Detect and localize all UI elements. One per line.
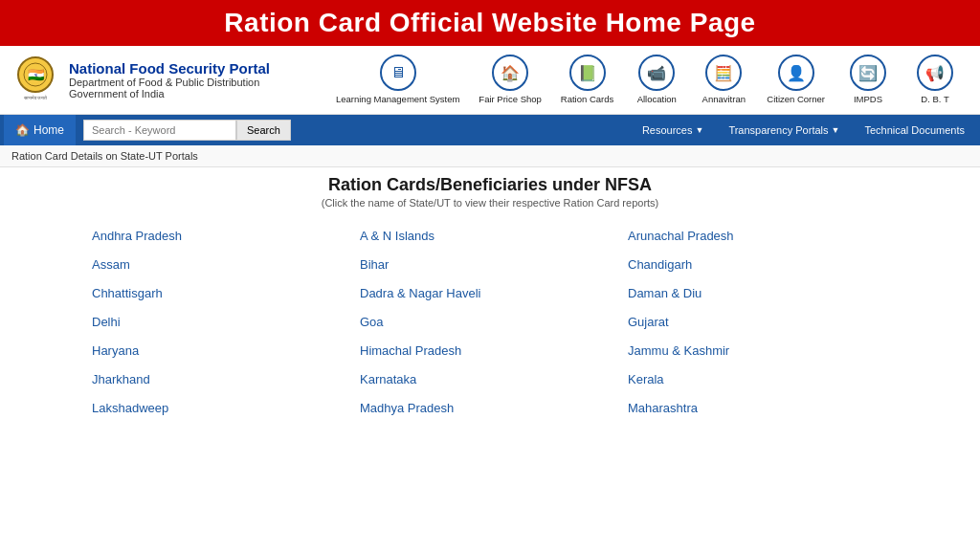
breadcrumb: Ration Card Details on State-UT Portals: [0, 145, 980, 167]
nav-label: Technical Documents: [864, 124, 965, 136]
state-link[interactable]: Delhi: [88, 308, 356, 337]
dept-name: Department of Food & Public Distribution: [69, 77, 270, 88]
svg-text:🇮🇳: 🇮🇳: [28, 67, 45, 83]
dropdown-arrow-icon: ▼: [695, 125, 703, 135]
dropdown-arrow-icon: ▼: [832, 125, 840, 135]
impds-label: IMPDS: [854, 94, 882, 104]
state-link[interactable]: Karnataka: [356, 365, 624, 394]
state-link[interactable]: Haryana: [88, 337, 356, 365]
home-icon: 🏠: [15, 123, 30, 137]
portal-name: National Food Security Portal: [69, 60, 270, 77]
icon-nav-fps[interactable]: 🏠 Fair Price Shop: [469, 51, 550, 108]
nav-item-resources[interactable]: Resources▼: [631, 121, 716, 140]
section-title: Ration Cards/Beneficiaries under NFSA: [11, 175, 969, 195]
icon-nav-annavitran[interactable]: 🧮 Annavitran: [690, 51, 757, 108]
govt-name: Government of India: [69, 88, 270, 99]
search-area: Search: [83, 120, 291, 141]
nav-label: Resources: [642, 124, 693, 136]
citizen-icon: 👤: [778, 55, 814, 91]
dbt-label: D. B. T: [921, 94, 948, 104]
lms-icon: 🖥: [380, 55, 416, 91]
state-link[interactable]: Chhattisgarh: [88, 279, 356, 308]
icon-nav-ration[interactable]: 📗 Ration Cards: [551, 51, 623, 108]
logo-area: 🇮🇳 सत्यमेव जयते National Food Security P…: [11, 54, 270, 106]
header: 🇮🇳 सत्यमेव जयते National Food Security P…: [0, 46, 980, 115]
home-nav-item[interactable]: 🏠 Home: [4, 115, 76, 145]
icon-nav-allocation[interactable]: 📹 Allocation: [623, 51, 690, 108]
icon-nav: 🖥 Learning Management System 🏠 Fair Pric…: [270, 51, 969, 108]
state-link[interactable]: Goa: [356, 308, 624, 337]
icon-nav-citizen[interactable]: 👤 Citizen Corner: [757, 51, 835, 108]
ration-icon: 📗: [569, 55, 606, 91]
banner-title: Ration Card Official Website Home Page: [224, 8, 755, 37]
fps-label: Fair Price Shop: [479, 94, 541, 104]
main-content: Ration Cards/Beneficiaries under NFSA (C…: [0, 167, 980, 430]
state-link[interactable]: Chandigarh: [624, 251, 892, 279]
state-link[interactable]: Andhra Pradesh: [88, 222, 356, 251]
nav-item-transparency-portals[interactable]: Transparency Portals▼: [717, 121, 851, 140]
search-input[interactable]: [83, 120, 236, 141]
annavitran-icon: 🧮: [705, 55, 742, 91]
citizen-label: Citizen Corner: [767, 94, 825, 104]
emblem-icon: 🇮🇳 सत्यमेव जयते: [11, 54, 59, 106]
state-link[interactable]: Arunachal Pradesh: [624, 222, 892, 251]
nav-label: Transparency Portals: [728, 124, 828, 136]
nav-right: Resources▼Transparency Portals▼Technical…: [631, 121, 976, 140]
fps-icon: 🏠: [492, 55, 528, 91]
home-label: Home: [33, 123, 64, 137]
state-link[interactable]: Dadra & Nagar Haveli: [356, 279, 624, 308]
ration-label: Ration Cards: [561, 94, 613, 104]
lms-label: Learning Management System: [336, 94, 459, 104]
state-link[interactable]: Himachal Pradesh: [356, 337, 624, 365]
state-link[interactable]: A & N Islands: [356, 222, 624, 251]
state-link[interactable]: Daman & Diu: [624, 279, 892, 308]
banner: Ration Card Official Website Home Page: [0, 0, 980, 46]
search-button[interactable]: Search: [236, 120, 291, 141]
dbt-icon: 📢: [917, 55, 953, 91]
portal-info: National Food Security Portal Department…: [69, 60, 270, 99]
state-link[interactable]: Bihar: [356, 251, 624, 279]
state-link[interactable]: Lakshadweep: [88, 394, 356, 423]
state-link[interactable]: Gujarat: [624, 308, 892, 337]
state-link[interactable]: Madhya Pradesh: [356, 394, 624, 423]
breadcrumb-text: Ration Card Details on State-UT Portals: [11, 150, 198, 162]
navbar: 🏠 Home Search Resources▼Transparency Por…: [0, 115, 980, 145]
states-grid: Andhra PradeshA & N IslandsArunachal Pra…: [11, 222, 969, 423]
nav-item-technical-documents[interactable]: Technical Documents: [853, 121, 976, 140]
state-link[interactable]: Maharashtra: [624, 394, 892, 423]
icon-nav-lms[interactable]: 🖥 Learning Management System: [326, 51, 469, 108]
state-link[interactable]: Assam: [88, 251, 356, 279]
state-link[interactable]: Kerala: [624, 365, 892, 394]
impds-icon: 🔄: [850, 55, 886, 91]
section-subtitle: (Click the name of State/UT to view thei…: [11, 197, 969, 209]
state-link[interactable]: Jammu & Kashmir: [624, 337, 892, 365]
icon-nav-impds[interactable]: 🔄 IMPDS: [835, 51, 902, 108]
allocation-label: Allocation: [637, 94, 677, 104]
state-link[interactable]: Jharkhand: [88, 365, 356, 394]
annavitran-label: Annavitran: [702, 94, 746, 104]
icon-nav-dbt[interactable]: 📢 D. B. T: [902, 51, 969, 108]
allocation-icon: 📹: [638, 55, 675, 91]
svg-text:सत्यमेव जयते: सत्यमेव जयते: [23, 95, 47, 100]
